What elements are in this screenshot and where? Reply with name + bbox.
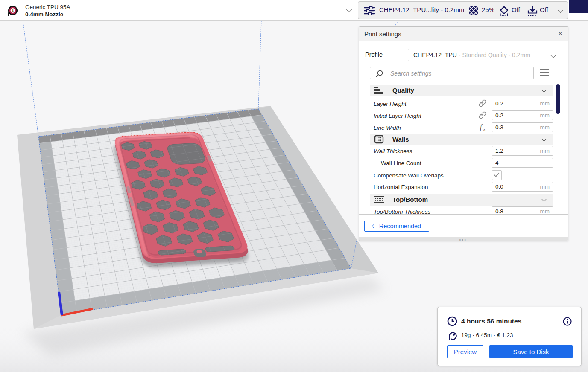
svg-text:x: x <box>483 128 485 131</box>
svg-text:1: 1 <box>12 8 14 13</box>
svg-text:f: f <box>480 123 483 131</box>
